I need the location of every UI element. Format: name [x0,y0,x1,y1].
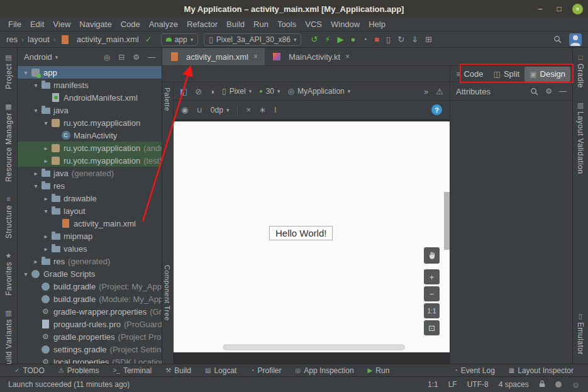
chevron-down-icon[interactable]: ▾ [21,69,30,76]
close-button[interactable]: × [572,4,583,14]
tree-item-build-gradle[interactable]: build.gradle(Module: My_Application.app) [18,293,162,305]
project-view-select[interactable]: Android ▾ [24,52,58,62]
chevron-right-icon[interactable]: ▸ [42,233,50,240]
inspection-status-icon[interactable]: ✓ [145,35,152,44]
help-icon[interactable]: ? [431,104,442,115]
run-icon[interactable]: ▶ [337,35,343,43]
tool-window-run[interactable]: ▶Run [361,364,397,376]
menu-tools[interactable]: Tools [273,18,301,31]
tool-button-resource-manager[interactable]: ▦Resource Manager [4,103,13,182]
night-mode-icon[interactable]: ◑ [209,87,214,96]
search-icon[interactable] [530,87,538,96]
menu-code[interactable]: Code [116,18,145,31]
chevron-right-icon[interactable]: ▸ [31,258,40,265]
menu-view[interactable]: View [48,18,75,31]
background-tasks-icon[interactable] [555,381,562,388]
breadcrumb-layout[interactable]: layout [28,35,50,44]
chevron-right-icon[interactable]: ▸ [42,245,50,252]
tool-button-build-variants[interactable]: ▥Build Variants [4,310,13,364]
clear-constraints-icon[interactable]: × [246,106,251,114]
menu-navigate[interactable]: Navigate [75,18,116,31]
tree-item-res[interactable]: ▾res [18,179,162,192]
tool-window-terminal[interactable]: >_Terminal [106,364,159,376]
feedback-smiley-icon[interactable]: ☺ [572,380,580,389]
tree-item-res[interactable]: ▸res(generated) [18,255,162,267]
gear-icon[interactable]: ⚙ [545,87,552,96]
api-version-dropdown[interactable]: ● 30 ▾ [259,87,280,96]
overflow-icon[interactable]: » [424,87,428,96]
design-surface-icon[interactable]: ◧ [180,87,187,96]
orientation-icon[interactable]: ⊘ [195,87,202,96]
chevron-down-icon[interactable]: ▾ [31,182,40,189]
file-encoding[interactable]: UTF-8 [467,380,489,389]
close-tab-icon[interactable]: × [345,52,350,61]
apply-code-changes-icon[interactable]: ⚡ [325,35,330,43]
tree-item-java[interactable]: ▸java(generated) [18,167,162,179]
chevron-down-icon[interactable]: ▾ [42,120,50,126]
zoom-reset-button[interactable]: 1:1 [424,303,440,318]
device-manager-icon[interactable]: ▯ [386,35,391,43]
tool-button-favorites[interactable]: ★Favorites [4,252,13,296]
menu-edit[interactable]: Edit [26,18,48,31]
device-canvas[interactable]: Hello World! [174,121,450,352]
hide-panel-icon[interactable]: — [148,53,155,62]
chevron-down-icon[interactable]: ▾ [21,271,30,277]
tree-item-gradle-scripts[interactable]: ▾Gradle Scripts [18,267,162,280]
tool-button-project[interactable]: ▤Project [4,54,13,89]
chevron-down-icon[interactable]: ▾ [42,208,50,215]
tree-item-gradle-wrapper-properties[interactable]: ⚙gradle-wrapper.properties(Gradle Versio… [18,305,162,318]
breadcrumb-res[interactable]: res [6,35,18,44]
tree-item-app[interactable]: ▾app [18,66,162,79]
pack-icon[interactable]: I [274,106,277,114]
zoom-to-fit-button[interactable]: ⊡ [424,320,440,335]
breadcrumb-activity-main-xml[interactable]: activity_main.xml [77,35,139,44]
tree-item-ru-yotc-myapplication[interactable]: ▸ru.yotc.myapplication(test) [18,154,162,167]
view-mode-code[interactable]: ≡Code [451,67,488,82]
menu-window[interactable]: Window [326,18,364,31]
search-everywhere-icon[interactable] [553,35,562,43]
tool-button-gradle[interactable]: □Gradle [576,54,585,88]
menu-vcs[interactable]: VCS [301,18,326,31]
pan-tool-button[interactable] [424,247,440,264]
restore-button[interactable]: □ [553,3,565,14]
close-tab-icon[interactable]: × [253,52,258,61]
infer-constraints-icon[interactable]: ∗ [259,106,266,114]
menu-help[interactable]: Help [364,18,390,31]
minimize-button[interactable]: – [535,3,546,14]
tool-window-logcat[interactable]: ▤Logcat [198,364,243,376]
lock-icon[interactable] [539,380,545,389]
palette-tab[interactable]: Palette [164,87,171,111]
tree-item-ru-yotc-myapplication[interactable]: ▾ru.yotc.myapplication [18,116,162,129]
default-margins-dropdown[interactable]: 0dp ▾ [211,106,230,115]
tree-item-local-properties[interactable]: ⚙local.properties(SDK Location) [18,356,162,364]
chevron-right-icon[interactable]: ▸ [31,170,40,177]
profiler-icon[interactable]: ◔ [362,35,367,43]
theme-dropdown[interactable]: ◎ MyApplication ▾ [288,87,351,96]
indent-style[interactable]: 4 spaces [499,380,529,389]
chevron-down-icon[interactable]: ▾ [31,82,40,89]
stop-icon[interactable]: ■ [374,35,379,43]
tool-window-todo[interactable]: ✓TODO [8,364,52,376]
tool-button-emulator[interactable]: ▯Emulator [576,313,585,355]
tree-item-mipmap[interactable]: ▸mipmap [18,230,162,242]
menu-refactor[interactable]: Refactor [182,18,222,31]
design-surface[interactable]: Hello World! + − [174,120,450,364]
tree-item-activity-main-xml[interactable]: activity_main.xml [18,217,162,230]
tree-item-build-gradle[interactable]: build.gradle(Project: My_Application) [18,280,162,293]
view-options-eye-icon[interactable]: ◉ [181,106,188,114]
tool-window-event-log[interactable]: ◔Event Log [447,364,502,376]
chevron-right-icon[interactable]: ▸ [42,195,50,202]
tool-window-problems[interactable]: ⚠Problems [52,364,106,376]
issues-icon[interactable]: ⚠ [436,87,443,96]
tree-item-gradle-properties[interactable]: ⚙gradle.properties(Project Properties) [18,330,162,343]
tool-window-build[interactable]: ⚒Build [158,364,198,376]
chevron-right-icon[interactable]: ▸ [42,145,50,152]
tree-item-drawable[interactable]: ▸drawable [18,192,162,204]
autoconnect-magnet-icon[interactable]: ∪ [196,106,202,114]
line-separator[interactable]: LF [448,380,457,389]
layout-inspector-toolbar-icon[interactable]: ⊞ [425,35,432,43]
view-mode-split[interactable]: ◫Split [489,67,525,82]
tree-item-androidmanifest-xml[interactable]: AndroidManifest.xml [18,91,162,104]
menu-build[interactable]: Build [222,18,249,31]
chevron-right-icon[interactable]: ▸ [42,157,50,164]
